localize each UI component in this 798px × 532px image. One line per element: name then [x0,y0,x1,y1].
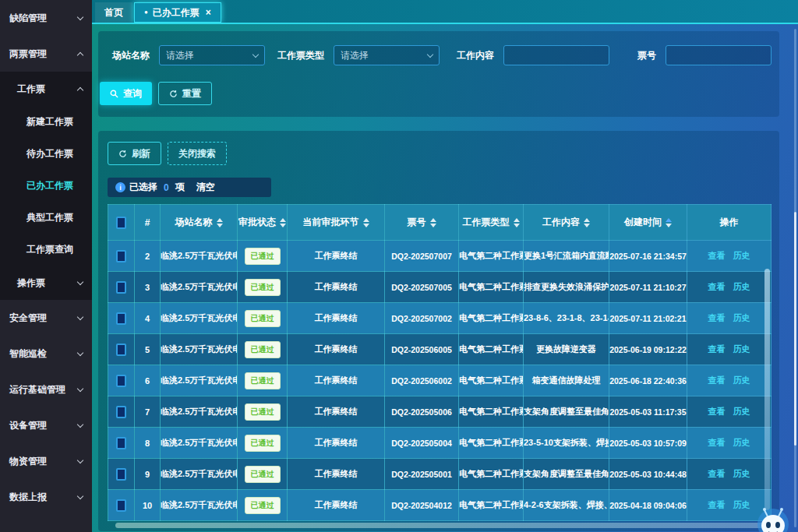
sort-icon[interactable] [363,218,369,227]
assistant-robot-icon[interactable] [753,501,793,532]
column-header-票号: 票号 [385,205,459,241]
row-checkbox[interactable] [116,468,126,481]
tab-首页[interactable]: 首页 [95,2,132,23]
ticket-type-select[interactable]: 请选择 [334,45,440,65]
sidebar-item-label: 缺陷管理 [9,12,47,25]
sidebar-item-已办工作票[interactable]: 已办工作票 [0,170,92,202]
row-checkbox[interactable] [116,312,126,325]
page-scrollbar-thumb[interactable] [794,212,796,446]
table-panel: 刷新 关闭搜索 i 已选择0项 清空 #场站名称审批状态当前审批环节票号工作票类… [98,131,779,531]
selection-prefix: 已选择 [129,181,157,194]
view-link[interactable]: 查看 [708,251,726,260]
history-link[interactable]: 历史 [733,344,750,354]
approval-step-cell: 工作票终结 [288,272,385,303]
history-link[interactable]: 历史 [733,438,750,447]
clear-selection-link[interactable]: 清空 [196,181,215,194]
tab-label: 首页 [104,6,123,19]
sort-icon[interactable] [514,218,520,227]
filter-row: 场站名称 请选择 工作票类型 请选择 工作内容 票号 [98,31,779,65]
column-header-label: 工作内容 [542,216,580,229]
tab-bar: 首页●已办工作票× [92,0,798,24]
row-checkbox[interactable] [116,344,126,356]
chevron-down-icon [77,456,83,463]
history-link[interactable]: 历史 [733,251,750,260]
row-checkbox[interactable] [116,499,126,512]
close-icon[interactable]: × [206,7,211,18]
sidebar-item-物资管理[interactable]: 物资管理 [0,443,92,479]
view-link[interactable]: 查看 [708,407,726,416]
tab-已办工作票[interactable]: ●已办工作票× [134,2,221,23]
sidebar-item-工作票[interactable]: 工作票 [0,72,92,106]
view-link[interactable]: 查看 [708,469,726,478]
sidebar-item-待办工作票[interactable]: 待办工作票 [0,138,92,170]
close-search-button[interactable]: 关闭搜索 [168,142,227,165]
sort-icon[interactable] [430,218,436,227]
history-link[interactable]: 历史 [733,500,750,509]
sidebar-item-设备管理[interactable]: 设备管理 [0,407,92,443]
page-vertical-scrollbar[interactable] [794,29,796,527]
sidebar-item-运行基础管理[interactable]: 运行基础管理 [0,372,92,407]
search-icon [110,90,118,98]
row-checkbox-cell [108,428,135,459]
created-time-cell: 2025-07-11 21:10:27 [609,272,687,303]
view-link[interactable]: 查看 [708,500,726,509]
reset-button[interactable]: 重置 [158,82,212,105]
work-content-input[interactable] [503,45,609,65]
selection-count: 0 [164,182,169,193]
sidebar-item-智能巡检[interactable]: 智能巡检 [0,336,92,372]
history-link[interactable]: 历史 [733,469,750,478]
search-button[interactable]: 查询 [100,82,152,105]
sidebar-item-两票管理[interactable]: 两票管理 [0,36,92,72]
row-checkbox[interactable] [116,375,126,387]
ticket-no-cell: DQ2-202507007 [385,241,459,272]
created-time-cell: 2025-04-18 09:04:06 [609,490,687,521]
station-name-select[interactable]: 请选择 [159,45,265,65]
sort-icon[interactable] [666,218,672,227]
status-badge: 已通过 [245,497,281,514]
ticket-no-cell: DQ2-202507005 [385,272,459,303]
approval-step-cell: 工作票终结 [288,459,385,490]
column-header-工作内容: 工作内容 [524,205,609,241]
sidebar-item-工作票查询[interactable]: 工作票查询 [0,234,92,266]
table-row: 2临洮2.5万千瓦光伏电...已通过工作票终结DQ2-202507007电气第二… [108,241,772,272]
history-link[interactable]: 历史 [733,407,750,416]
station-name-cell: 临洮2.5万千瓦光伏电... [161,490,238,521]
sidebar-item-新建工作票[interactable]: 新建工作票 [0,106,92,138]
history-link[interactable]: 历史 [733,313,750,322]
ticket-type-label: 工作票类型 [277,49,324,62]
view-link[interactable]: 查看 [708,282,726,291]
ticket-no-input[interactable] [666,45,772,65]
select-all-checkbox[interactable] [116,217,126,229]
view-link[interactable]: 查看 [708,375,726,385]
sidebar-item-缺陷管理[interactable]: 缺陷管理 [0,0,92,36]
table-vertical-scrollbar[interactable] [764,269,770,510]
refresh-button[interactable]: 刷新 [108,142,161,165]
chevron-down-icon [77,13,83,19]
row-checkbox[interactable] [116,437,126,449]
sidebar-item-安全管理[interactable]: 安全管理 [0,300,92,336]
table-horizontal-scrollbar[interactable] [115,523,772,528]
history-link[interactable]: 历史 [733,282,750,291]
row-checkbox[interactable] [116,406,126,418]
history-link[interactable]: 历史 [733,375,750,385]
row-checkbox[interactable] [116,250,126,262]
sidebar-item-数据上报[interactable]: 数据上报 [0,479,92,515]
column-header-label: 操作 [720,216,739,229]
view-link[interactable]: 查看 [708,313,726,322]
sort-icon[interactable] [280,218,286,227]
approval-step-cell: 工作票终结 [288,396,385,428]
ticket-type-cell: 电气第二种工作票 [459,334,524,365]
caret-down-icon [514,224,520,227]
sidebar-item-操作票[interactable]: 操作票 [0,266,92,300]
station-name-select-value: 请选择 [166,49,194,62]
sort-icon[interactable] [217,218,223,227]
view-link[interactable]: 查看 [708,344,726,354]
sidebar-item-label: 设备管理 [9,419,47,432]
sidebar-item-典型工作票[interactable]: 典型工作票 [0,202,92,234]
row-index: 4 [135,303,161,334]
sort-icon[interactable] [584,218,590,227]
row-checkbox[interactable] [116,281,126,294]
view-link[interactable]: 查看 [708,438,726,447]
table-row: 7临洮2.5万千瓦光伏电...已通过工作票终结DQ2-202505006电气第二… [108,396,772,428]
ticket-type-cell: 电气第二种工作票 [459,428,524,459]
